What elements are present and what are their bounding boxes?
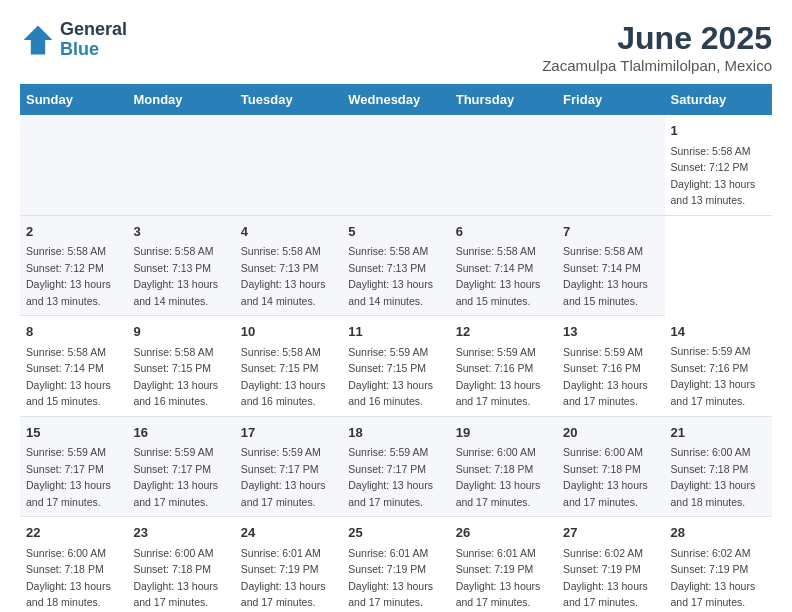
logo-blue: Blue [60,40,127,60]
calendar-day: 15Sunrise: 5:59 AMSunset: 7:17 PMDayligh… [20,416,127,517]
day-number: 7 [563,222,658,242]
day-info: Sunrise: 5:58 AMSunset: 7:12 PMDaylight:… [26,245,111,307]
empty-cell [20,115,127,215]
calendar-day: 10Sunrise: 5:58 AMSunset: 7:15 PMDayligh… [235,316,342,417]
calendar-day: 2Sunrise: 5:58 AMSunset: 7:12 PMDaylight… [20,215,127,316]
day-number: 18 [348,423,443,443]
day-number: 11 [348,322,443,342]
calendar-week-row: 2Sunrise: 5:58 AMSunset: 7:12 PMDaylight… [20,215,772,316]
calendar-day: 24Sunrise: 6:01 AMSunset: 7:19 PMDayligh… [235,517,342,613]
svg-marker-0 [24,25,53,54]
day-info: Sunrise: 5:59 AMSunset: 7:17 PMDaylight:… [133,446,218,508]
day-info: Sunrise: 5:59 AMSunset: 7:15 PMDaylight:… [348,346,433,408]
calendar-day: 22Sunrise: 6:00 AMSunset: 7:18 PMDayligh… [20,517,127,613]
day-info: Sunrise: 5:58 AMSunset: 7:13 PMDaylight:… [348,245,433,307]
calendar-day: 28Sunrise: 6:02 AMSunset: 7:19 PMDayligh… [665,517,772,613]
calendar-day: 27Sunrise: 6:02 AMSunset: 7:19 PMDayligh… [557,517,664,613]
day-number: 1 [671,121,766,141]
logo-text: General Blue [60,20,127,60]
day-info: Sunrise: 6:00 AMSunset: 7:18 PMDaylight:… [563,446,648,508]
day-info: Sunrise: 5:58 AMSunset: 7:14 PMDaylight:… [456,245,541,307]
day-number: 2 [26,222,121,242]
column-header-tuesday: Tuesday [235,84,342,115]
day-number: 14 [671,322,766,342]
day-info: Sunrise: 6:00 AMSunset: 7:18 PMDaylight:… [133,547,218,609]
calendar-day: 19Sunrise: 6:00 AMSunset: 7:18 PMDayligh… [450,416,557,517]
calendar-day: 17Sunrise: 5:59 AMSunset: 7:17 PMDayligh… [235,416,342,517]
day-info: Sunrise: 5:59 AMSunset: 7:17 PMDaylight:… [241,446,326,508]
calendar-table: SundayMondayTuesdayWednesdayThursdayFrid… [20,84,772,612]
day-info: Sunrise: 5:59 AMSunset: 7:17 PMDaylight:… [348,446,433,508]
calendar-week-row: 15Sunrise: 5:59 AMSunset: 7:17 PMDayligh… [20,416,772,517]
day-info: Sunrise: 5:58 AMSunset: 7:14 PMDaylight:… [563,245,648,307]
day-info: Sunrise: 6:01 AMSunset: 7:19 PMDaylight:… [241,547,326,609]
day-number: 21 [671,423,766,443]
month-year-title: June 2025 [542,20,772,57]
calendar-day: 23Sunrise: 6:00 AMSunset: 7:18 PMDayligh… [127,517,234,613]
day-info: Sunrise: 6:02 AMSunset: 7:19 PMDaylight:… [563,547,648,609]
calendar-day: 13Sunrise: 5:59 AMSunset: 7:16 PMDayligh… [557,316,664,417]
calendar-day: 26Sunrise: 6:01 AMSunset: 7:19 PMDayligh… [450,517,557,613]
day-number: 12 [456,322,551,342]
day-number: 17 [241,423,336,443]
calendar-week-row: 22Sunrise: 6:00 AMSunset: 7:18 PMDayligh… [20,517,772,613]
day-number: 15 [26,423,121,443]
calendar-body: 1Sunrise: 5:58 AMSunset: 7:12 PMDaylight… [20,115,772,612]
day-number: 10 [241,322,336,342]
day-number: 27 [563,523,658,543]
day-number: 4 [241,222,336,242]
day-info: Sunrise: 6:00 AMSunset: 7:18 PMDaylight:… [671,446,756,508]
empty-cell [342,115,449,215]
day-info: Sunrise: 5:59 AMSunset: 7:17 PMDaylight:… [26,446,111,508]
day-info: Sunrise: 6:01 AMSunset: 7:19 PMDaylight:… [456,547,541,609]
calendar-day: 25Sunrise: 6:01 AMSunset: 7:19 PMDayligh… [342,517,449,613]
empty-cell [127,115,234,215]
logo-general: General [60,20,127,40]
calendar-day: 9Sunrise: 5:58 AMSunset: 7:15 PMDaylight… [127,316,234,417]
day-number: 5 [348,222,443,242]
day-number: 25 [348,523,443,543]
location-subtitle: Zacamulpa Tlalmimilolpan, Mexico [542,57,772,74]
day-number: 20 [563,423,658,443]
day-info: Sunrise: 6:01 AMSunset: 7:19 PMDaylight:… [348,547,433,609]
day-number: 16 [133,423,228,443]
day-number: 3 [133,222,228,242]
calendar-day: 16Sunrise: 5:59 AMSunset: 7:17 PMDayligh… [127,416,234,517]
day-info: Sunrise: 5:58 AMSunset: 7:13 PMDaylight:… [133,245,218,307]
day-info: Sunrise: 5:58 AMSunset: 7:12 PMDaylight:… [671,145,756,207]
day-info: Sunrise: 5:58 AMSunset: 7:13 PMDaylight:… [241,245,326,307]
day-info: Sunrise: 6:00 AMSunset: 7:18 PMDaylight:… [26,547,111,609]
calendar-day: 8Sunrise: 5:58 AMSunset: 7:14 PMDaylight… [20,316,127,417]
calendar-week-row: 1Sunrise: 5:58 AMSunset: 7:12 PMDaylight… [20,115,772,215]
calendar-day: 7Sunrise: 5:58 AMSunset: 7:14 PMDaylight… [557,215,664,316]
calendar-day: 1Sunrise: 5:58 AMSunset: 7:12 PMDaylight… [665,115,772,215]
day-number: 24 [241,523,336,543]
logo: General Blue [20,20,127,60]
calendar-header: SundayMondayTuesdayWednesdayThursdayFrid… [20,84,772,115]
day-info: Sunrise: 5:58 AMSunset: 7:15 PMDaylight:… [241,346,326,408]
day-info: Sunrise: 6:00 AMSunset: 7:18 PMDaylight:… [456,446,541,508]
empty-cell [557,115,664,215]
logo-icon [20,22,56,58]
calendar-day: 21Sunrise: 6:00 AMSunset: 7:18 PMDayligh… [665,416,772,517]
day-info: Sunrise: 6:02 AMSunset: 7:19 PMDaylight:… [671,547,756,609]
column-header-monday: Monday [127,84,234,115]
calendar-week-row: 8Sunrise: 5:58 AMSunset: 7:14 PMDaylight… [20,316,772,417]
day-number: 6 [456,222,551,242]
title-section: June 2025 Zacamulpa Tlalmimilolpan, Mexi… [542,20,772,74]
day-info: Sunrise: 5:59 AMSunset: 7:16 PMDaylight:… [563,346,648,408]
calendar-day: 3Sunrise: 5:58 AMSunset: 7:13 PMDaylight… [127,215,234,316]
day-number: 22 [26,523,121,543]
calendar-day: 4Sunrise: 5:58 AMSunset: 7:13 PMDaylight… [235,215,342,316]
calendar-day: 5Sunrise: 5:58 AMSunset: 7:13 PMDaylight… [342,215,449,316]
calendar-day: 20Sunrise: 6:00 AMSunset: 7:18 PMDayligh… [557,416,664,517]
calendar-day: 11Sunrise: 5:59 AMSunset: 7:15 PMDayligh… [342,316,449,417]
calendar-day: 12Sunrise: 5:59 AMSunset: 7:16 PMDayligh… [450,316,557,417]
day-number: 8 [26,322,121,342]
day-number: 9 [133,322,228,342]
column-header-thursday: Thursday [450,84,557,115]
column-header-saturday: Saturday [665,84,772,115]
page-header: General Blue June 2025 Zacamulpa Tlalmim… [20,20,772,74]
calendar-day: 6Sunrise: 5:58 AMSunset: 7:14 PMDaylight… [450,215,557,316]
column-header-sunday: Sunday [20,84,127,115]
